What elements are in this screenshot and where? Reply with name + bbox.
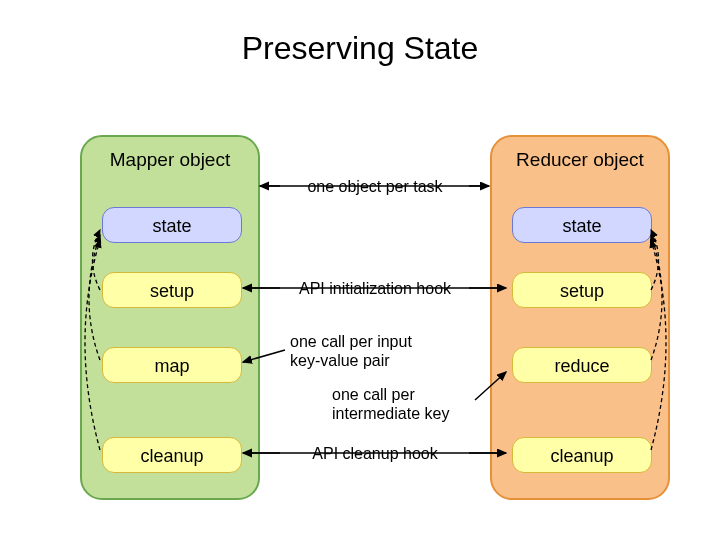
mapper-cleanup: cleanup bbox=[102, 437, 242, 473]
mapper-box: Mapper object state setup map cleanup bbox=[80, 135, 260, 500]
reducer-state: state bbox=[512, 207, 652, 243]
label-per-intermediate: one call per intermediate key bbox=[332, 385, 472, 423]
label-per-task: one object per task bbox=[285, 177, 465, 196]
mapper-map: map bbox=[102, 347, 242, 383]
mapper-state: state bbox=[102, 207, 242, 243]
mapper-setup: setup bbox=[102, 272, 242, 308]
reducer-title: Reducer object bbox=[492, 149, 668, 171]
label-cleanup-hook: API cleanup hook bbox=[285, 444, 465, 463]
reducer-cleanup: cleanup bbox=[512, 437, 652, 473]
reducer-setup: setup bbox=[512, 272, 652, 308]
mapper-title: Mapper object bbox=[82, 149, 258, 171]
label-per-input: one call per input key-value pair bbox=[290, 332, 440, 370]
label-init-hook: API initialization hook bbox=[285, 279, 465, 298]
reducer-reduce: reduce bbox=[512, 347, 652, 383]
diagram-title: Preserving State bbox=[0, 30, 720, 67]
reducer-box: Reducer object state setup reduce cleanu… bbox=[490, 135, 670, 500]
